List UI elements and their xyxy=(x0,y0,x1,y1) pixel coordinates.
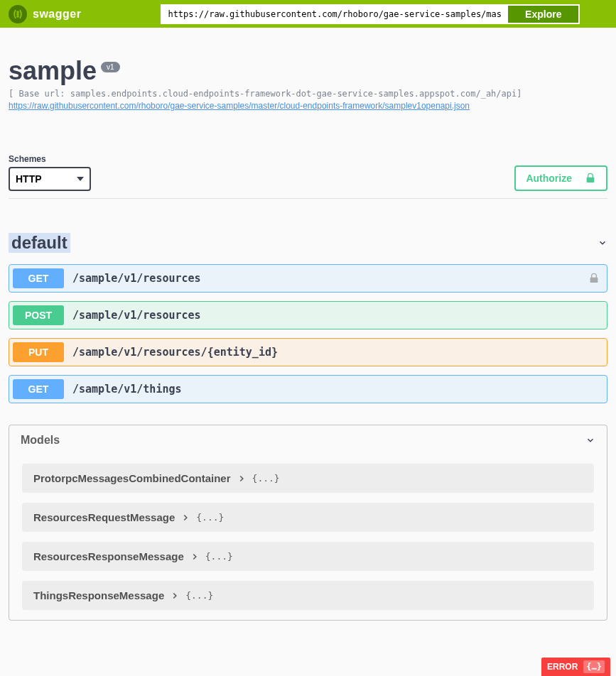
lock-icon xyxy=(585,173,596,184)
url-form: Explore xyxy=(161,4,580,24)
spec-url-input[interactable] xyxy=(161,4,507,24)
model-brace: {...} xyxy=(185,590,213,601)
tag-default[interactable]: default xyxy=(9,227,607,258)
tag-name: default xyxy=(9,233,70,253)
lock-icon xyxy=(588,273,600,284)
model-name: ThingsResponseMessage xyxy=(33,589,164,601)
svg-point-0 xyxy=(17,11,18,13)
method-badge: GET xyxy=(13,379,64,399)
brand-text: swagger xyxy=(33,8,81,21)
op-post-resources[interactable]: POST /sample/v1/resources xyxy=(9,301,607,329)
model-name: ResourcesRequestMessage xyxy=(33,511,175,523)
swagger-logo-icon xyxy=(9,5,27,23)
authorize-label: Authorize xyxy=(526,173,572,184)
chevron-right-icon xyxy=(170,591,180,601)
model-name: ResourcesResponseMessage xyxy=(33,550,184,562)
model-brace: {...} xyxy=(196,512,224,523)
model-item[interactable]: ResourcesResponseMessage {...} xyxy=(22,542,594,571)
op-get-things[interactable]: GET /sample/v1/things xyxy=(9,375,607,403)
base-url: [ Base url: samples.endpoints.cloud-endp… xyxy=(9,89,607,99)
model-item[interactable]: ProtorpcMessagesCombinedContainer {...} xyxy=(22,464,594,493)
op-put-resources-entity[interactable]: PUT /sample/v1/resources/{entity_id} xyxy=(9,338,607,366)
svg-point-1 xyxy=(17,13,18,15)
authorize-button[interactable]: Authorize xyxy=(514,165,607,191)
scheme-select[interactable]: HTTP xyxy=(9,167,91,191)
spec-link[interactable]: https://raw.githubusercontent.com/rhobor… xyxy=(9,101,470,111)
api-title: sample xyxy=(9,56,97,86)
chevron-right-icon xyxy=(180,513,190,523)
op-path: /sample/v1/resources xyxy=(72,309,201,322)
chevron-right-icon xyxy=(190,552,200,562)
topbar: swagger Explore xyxy=(0,0,616,28)
model-brace: {...} xyxy=(252,473,280,484)
op-path: /sample/v1/resources/{entity_id} xyxy=(72,346,278,359)
version-badge: v1 xyxy=(101,62,120,72)
model-item[interactable]: ThingsResponseMessage {...} xyxy=(22,581,594,610)
op-path: /sample/v1/things xyxy=(72,383,182,396)
model-brace: {...} xyxy=(205,551,233,562)
models-title: Models xyxy=(21,434,60,447)
svg-point-2 xyxy=(17,16,18,17)
models-header[interactable]: Models xyxy=(9,425,607,455)
chevron-down-icon xyxy=(585,435,595,445)
method-badge: POST xyxy=(13,305,64,325)
model-item[interactable]: ResourcesRequestMessage {...} xyxy=(22,503,594,532)
op-path: /sample/v1/resources xyxy=(72,272,201,285)
schemes-label: Schemes xyxy=(9,154,91,164)
logo[interactable]: swagger xyxy=(9,5,81,23)
op-get-resources[interactable]: GET /sample/v1/resources xyxy=(9,264,607,293)
chevron-right-icon xyxy=(237,474,247,484)
method-badge: PUT xyxy=(13,342,64,362)
explore-button[interactable]: Explore xyxy=(507,4,580,24)
model-name: ProtorpcMessagesCombinedContainer xyxy=(33,472,231,484)
method-badge: GET xyxy=(13,268,64,288)
chevron-down-icon xyxy=(598,238,607,248)
schemes-block: Schemes HTTP xyxy=(9,154,91,191)
